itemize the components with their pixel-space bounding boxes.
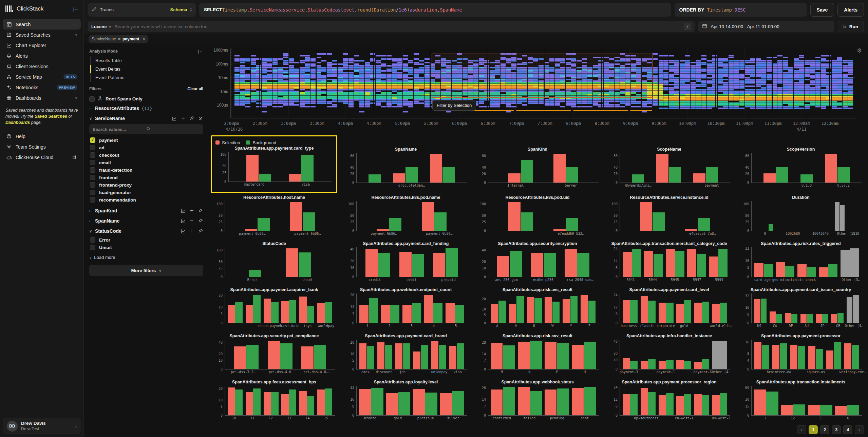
plus-icon[interactable]: [190, 208, 194, 213]
sidebar-item-alerts[interactable]: Alerts: [3, 51, 81, 61]
page-button-2[interactable]: 2: [820, 425, 829, 434]
next-page-button[interactable]: ›: [855, 425, 864, 434]
sidebar-item-chart-explorer[interactable]: Chart Explorer: [3, 40, 81, 51]
filter-value-payment[interactable]: payment: [90, 136, 203, 144]
page-button-3[interactable]: 3: [832, 425, 841, 434]
schema-button[interactable]: Schema: [170, 7, 187, 12]
sidebar-item-service-map[interactable]: Service MapBETA: [3, 72, 81, 82]
mini-chart[interactable]: SpanAttributes.app.loyalty.level321680br…: [343, 380, 469, 420]
plus-icon[interactable]: [181, 116, 186, 121]
mini-chart[interactable]: SpanAttributes.app.security.encryption40…: [474, 241, 601, 282]
filter-value-load-generator[interactable]: load-generator: [90, 189, 203, 196]
chart-icon[interactable]: [181, 208, 186, 213]
mini-chart[interactable]: ResourceAttributes.service.instance.id10…: [606, 195, 732, 236]
sidebar-collapse-icon[interactable]: |←: [73, 6, 79, 12]
page-button-1[interactable]: 1: [809, 425, 818, 434]
gear-icon[interactable]: ⚙: [857, 47, 862, 54]
filter-value-email[interactable]: email: [90, 159, 203, 166]
mini-chart[interactable]: SpanAttributes.app.transaction.merchant_…: [606, 241, 732, 282]
search-input[interactable]: Search your events w/ Lucene ex. column:…: [115, 24, 680, 29]
mini-chart[interactable]: SpanAttributes.app.transaction.installme…: [738, 380, 864, 420]
dashboards-link[interactable]: Dashboards: [5, 120, 30, 125]
filter-value-ad[interactable]: ad: [90, 144, 203, 151]
mini-chart[interactable]: SpanAttributes.app.payment.card_type1005…: [215, 146, 334, 187]
user-menu[interactable]: DD Drew Davis Drew Test ›: [3, 418, 81, 434]
mini-chart[interactable]: ScopeVersion80402000.1.00.57.2: [738, 147, 864, 188]
filter-value-frontend[interactable]: frontend: [90, 174, 203, 181]
time-range-picker[interactable]: Apr 10 14:00:00 - Apr 11 01:00:00: [698, 21, 834, 32]
save-button[interactable]: Save: [810, 3, 834, 17]
close-icon[interactable]: ×: [143, 37, 145, 41]
sql-editor[interactable]: SELECT Timestamp, ServiceName as service…: [199, 3, 671, 17]
chart-icon[interactable]: [181, 229, 186, 233]
mini-chart[interactable]: ResourceAttributes.k8s.pod.uid10050250e7…: [474, 195, 601, 236]
mini-chart[interactable]: SpanAttributes.app.webhook.endpoint_coun…: [343, 287, 469, 328]
filter-section-statuscode[interactable]: ∨StatusCode: [89, 226, 203, 236]
page-button-4[interactable]: 4: [843, 425, 852, 434]
clear-all-button[interactable]: Clear all: [187, 87, 203, 91]
sidebar-item-help[interactable]: Help: [3, 131, 81, 141]
filter-section-spankind[interactable]: ›SpanKind: [89, 206, 203, 216]
alerts-button[interactable]: Alerts: [837, 3, 864, 17]
pin-icon[interactable]: [199, 208, 203, 213]
sidebar-item-dashboards[interactable]: Dashboards∨: [3, 93, 81, 103]
duration-heatmap[interactable]: 1000ms100ms10ms1ms100μs 2:00pm4/10/262:3…: [209, 44, 868, 133]
mode-event-deltas[interactable]: Event Deltas: [90, 65, 203, 73]
mode-results-table[interactable]: Results Table: [90, 56, 203, 65]
filter-by-selection-button[interactable]: Filter by Selection: [432, 100, 476, 111]
mini-chart[interactable]: SpanAttributes.app.risk.cvv_result281470…: [474, 334, 601, 374]
panel-collapse-icon[interactable]: |←: [197, 49, 203, 54]
sidebar-item-team-settings[interactable]: Team Settings: [3, 141, 81, 152]
filter-section-spanname[interactable]: ›SpanName: [89, 216, 203, 226]
prev-page-button[interactable]: ‹: [797, 425, 806, 434]
pin-icon[interactable]: [199, 218, 203, 223]
mini-chart[interactable]: SpanAttributes.app.payment.card_level241…: [606, 287, 732, 328]
mini-chart[interactable]: SpanAttributes.app.payment.card_funding4…: [343, 241, 469, 282]
mini-chart[interactable]: SpanAttributes.app.payment.card_issuer_c…: [738, 287, 864, 328]
sidebar-item-search[interactable]: Search: [3, 19, 81, 30]
plus-icon[interactable]: [190, 229, 194, 233]
mini-chart[interactable]: ResourceAttributes.host.name10050250paym…: [211, 195, 337, 236]
mini-chart[interactable]: SpanAttributes.app.infra.handler_instanc…: [606, 334, 732, 374]
pin-icon[interactable]: [199, 229, 203, 233]
load-more-button[interactable]: ›Load more: [89, 253, 203, 260]
mini-chart[interactable]: SpanAttributes.app.risk.avs_result201050…: [474, 287, 601, 328]
root-spans-only-toggle[interactable]: Root Spans Only: [89, 95, 203, 103]
mini-chart[interactable]: SpanName8040200grpc.oteldem…: [343, 147, 469, 188]
language-select[interactable]: Lucene∨: [91, 24, 111, 29]
mode-event-patterns[interactable]: Event Patterns: [90, 73, 203, 82]
mini-chart[interactable]: SpanAttributes.app.payment.processor1684…: [738, 334, 864, 374]
mini-chart[interactable]: SpanAttributes.app.payment.acquirer_bank…: [211, 287, 337, 328]
filter-value-Error[interactable]: Error: [90, 236, 203, 244]
mini-chart[interactable]: SpanAttributes.app.security.pci_complian…: [211, 334, 337, 374]
filter-value-frontend-proxy[interactable]: frontend-proxy: [90, 181, 203, 189]
filter-chip-servicename[interactable]: ServiceName = payment ×: [89, 35, 148, 43]
pin-icon[interactable]: [190, 116, 194, 121]
minus-icon[interactable]: [190, 218, 194, 223]
mini-chart[interactable]: SpanAttributes.app.payment.card_brand201…: [343, 334, 469, 374]
filter-section-servicename[interactable]: ∨ServiceName: [89, 113, 203, 124]
sidebar-item-clickhouse-cloud[interactable]: ClickHouse Cloud: [3, 152, 81, 163]
sidebar-item-saved-searches[interactable]: Saved Searches∨: [3, 30, 81, 40]
filter-section-resourceattributes[interactable]: ›ResourceAttributes{13}: [89, 103, 203, 113]
mini-chart[interactable]: SpanAttributes.app.webhook.status281470c…: [474, 380, 601, 420]
mini-chart[interactable]: ScopeName8040200@hyperdx/ins…payment: [606, 147, 732, 188]
filter-value-Unset[interactable]: Unset: [90, 244, 203, 251]
mini-chart[interactable]: SpanKind8040200InternalServer: [474, 147, 601, 188]
filter-value-recommendation[interactable]: recommendation: [90, 196, 203, 204]
mini-chart[interactable]: SpanAttributes.app.risk.rules_triggered3…: [738, 241, 864, 282]
more-filters-button[interactable]: More filters∨: [89, 265, 203, 276]
sidebar-item-notebooks[interactable]: NotebooksPREVIEW: [3, 82, 81, 93]
filter-value-fraud-detection[interactable]: fraud-detection: [90, 166, 203, 174]
mini-chart[interactable]: SpanAttributes.app.payment.processor_reg…: [606, 380, 732, 420]
mini-chart[interactable]: ResourceAttributes.k8s.pod.name10050250p…: [343, 195, 469, 236]
source-select[interactable]: Traces Schema ▴▾: [88, 3, 196, 17]
saved-searches-link[interactable]: Saved Searches: [35, 114, 67, 119]
heatmap-selection-rect[interactable]: [432, 54, 653, 98]
filter-value-checkout[interactable]: checkout: [90, 151, 203, 159]
mini-chart[interactable]: SpanAttributes.app.fees.assessment_bps20…: [211, 380, 337, 420]
chart-icon[interactable]: [181, 218, 186, 223]
filter-off-icon[interactable]: [199, 116, 203, 121]
order-by-editor[interactable]: ORDER BY Timestamp DESC: [675, 3, 807, 17]
mini-chart[interactable]: Duration100502500100268010042640Other (1…: [738, 195, 864, 236]
